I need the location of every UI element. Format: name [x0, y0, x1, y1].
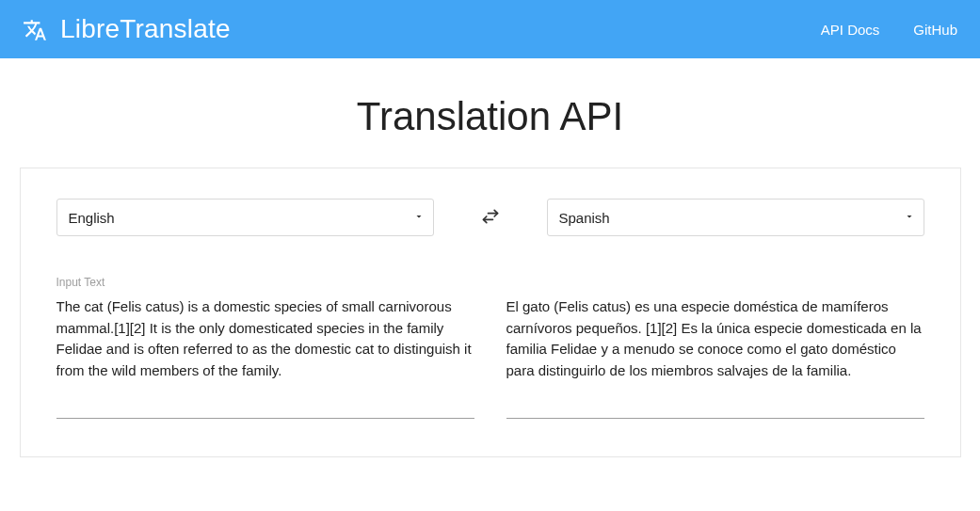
source-lang-select[interactable]: English [56, 199, 434, 236]
translate-icon [23, 18, 47, 42]
input-column: Input Text [56, 276, 474, 419]
input-text-label: Input Text [56, 276, 474, 289]
nav-links: API Docs GitHub [821, 22, 957, 38]
textareas-row: Input Text [56, 276, 924, 419]
output-column [506, 276, 924, 419]
navbar: LibreTranslate API Docs GitHub [0, 0, 980, 58]
target-lang-select[interactable]: Spanish [547, 199, 924, 236]
page-title: Translation API [20, 94, 961, 139]
brand-title: LibreTranslate [60, 14, 231, 44]
target-lang-wrap: Spanish [547, 199, 924, 236]
translation-card: English [20, 168, 961, 457]
brand[interactable]: LibreTranslate [23, 14, 231, 44]
language-row: English [56, 199, 924, 236]
nav-link-github[interactable]: GitHub [913, 22, 957, 38]
output-spacer [506, 276, 924, 296]
swap-languages-button[interactable] [477, 203, 504, 232]
output-textarea[interactable] [506, 296, 924, 419]
swap-horizontal-icon [481, 215, 500, 229]
nav-link-api-docs[interactable]: API Docs [821, 22, 880, 38]
source-lang-wrap: English [56, 199, 434, 236]
input-textarea[interactable] [56, 296, 474, 419]
swap-area [453, 203, 528, 232]
